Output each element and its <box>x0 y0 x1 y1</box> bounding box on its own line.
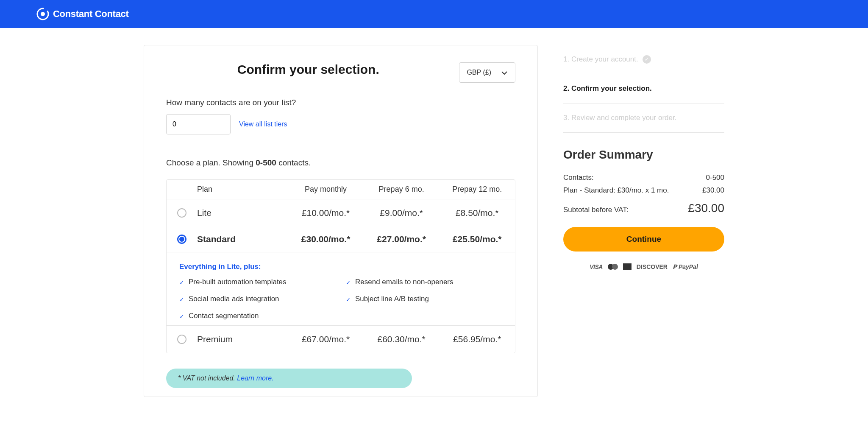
summary-title: Order Summary <box>563 148 724 162</box>
plan-name-standard: Standard <box>197 234 288 244</box>
visa-icon: VISA <box>590 263 603 270</box>
check-icon: ✓ <box>346 296 351 303</box>
choose-plan-heading: Choose a plan. Showing 0-500 contacts. <box>166 158 515 168</box>
step-3: 3. Review and complete your order. <box>563 103 724 133</box>
chevron-down-icon <box>501 69 507 76</box>
progress-steps: 1. Create your account. ✓ 2. Confirm you… <box>563 45 724 133</box>
radio-premium[interactable] <box>177 335 186 344</box>
radio-standard[interactable] <box>177 235 186 244</box>
summary-plan-value: £30.00 <box>702 186 724 195</box>
feature-item: ✓Resend emails to non-openers <box>346 278 502 286</box>
selection-card: Confirm your selection. GBP (£) How many… <box>144 45 538 397</box>
summary-subtotal-value: £30.00 <box>688 201 724 215</box>
svg-point-1 <box>41 12 45 16</box>
continue-button[interactable]: Continue <box>563 227 724 252</box>
plan-row-premium[interactable]: Premium £67.00/mo.* £60.30/mo.* £56.95/m… <box>167 325 515 353</box>
feature-item: ✓Subject line A/B testing <box>346 295 502 303</box>
plan-table: Plan Pay monthly Prepay 6 mo. Prepay 12 … <box>166 179 515 353</box>
summary-plan-label: Plan - Standard: £30/mo. x 1 mo. <box>563 186 669 195</box>
radio-lite[interactable] <box>177 208 186 218</box>
paypal-icon: 𝗣 PayPal <box>673 263 698 270</box>
payment-logos: VISA DISCOVER 𝗣 PayPal <box>563 263 724 270</box>
summary-contacts-value: 0-500 <box>706 173 724 182</box>
logo-text: Constant Contact <box>53 8 129 20</box>
summary-contacts-label: Contacts: <box>563 173 594 182</box>
header: Constant Contact <box>0 0 868 28</box>
step-1: 1. Create your account. ✓ <box>563 45 724 74</box>
contacts-input[interactable] <box>166 114 231 134</box>
plan-row-lite[interactable]: Lite £10.00/mo.* £9.00/mo.* £8.50/mo.* <box>167 199 515 226</box>
plan-name-lite: Lite <box>197 208 288 218</box>
order-summary: Order Summary Contacts: 0-500 Plan - Sta… <box>563 133 724 270</box>
currency-value: GBP (£) <box>467 69 492 76</box>
logo[interactable]: Constant Contact <box>36 7 129 21</box>
discover-icon: DISCOVER <box>637 263 668 270</box>
feature-item: ✓Pre-built automation templates <box>179 278 336 286</box>
features-title: Everything in Lite, plus: <box>179 263 502 271</box>
col-pay-monthly: Pay monthly <box>288 185 364 194</box>
feature-item: ✓Social media ads integration <box>179 295 336 303</box>
vat-note: * VAT not included. Learn more. <box>166 369 412 388</box>
check-icon: ✓ <box>179 313 184 320</box>
logo-icon <box>36 7 50 21</box>
vat-learn-more-link[interactable]: Learn more. <box>237 375 273 382</box>
step-2: 2. Confirm your selection. <box>563 74 724 103</box>
view-all-tiers-link[interactable]: View all list tiers <box>239 120 287 128</box>
features: Everything in Lite, plus: ✓Pre-built aut… <box>167 252 515 325</box>
page-title: Confirm your selection. <box>166 62 459 77</box>
summary-subtotal-label: Subtotal before VAT: <box>563 206 628 214</box>
check-icon: ✓ <box>179 279 184 286</box>
contacts-label: How many contacts are on your list? <box>166 98 515 107</box>
plan-table-header: Plan Pay monthly Prepay 6 mo. Prepay 12 … <box>167 180 515 199</box>
amex-icon <box>623 263 632 270</box>
col-plan: Plan <box>197 185 288 194</box>
check-icon: ✓ <box>179 296 184 303</box>
plan-row-standard[interactable]: Standard £30.00/mo.* £27.00/mo.* £25.50/… <box>167 226 515 325</box>
feature-item: ✓Contact segmentation <box>179 312 336 320</box>
plan-name-premium: Premium <box>197 334 288 344</box>
col-prepay-6: Prepay 6 mo. <box>364 185 440 194</box>
col-prepay-12: Prepay 12 mo. <box>439 185 515 194</box>
currency-select[interactable]: GBP (£) <box>459 62 516 83</box>
mastercard-icon <box>608 263 618 270</box>
check-circle-icon: ✓ <box>643 55 651 64</box>
check-icon: ✓ <box>346 279 351 286</box>
